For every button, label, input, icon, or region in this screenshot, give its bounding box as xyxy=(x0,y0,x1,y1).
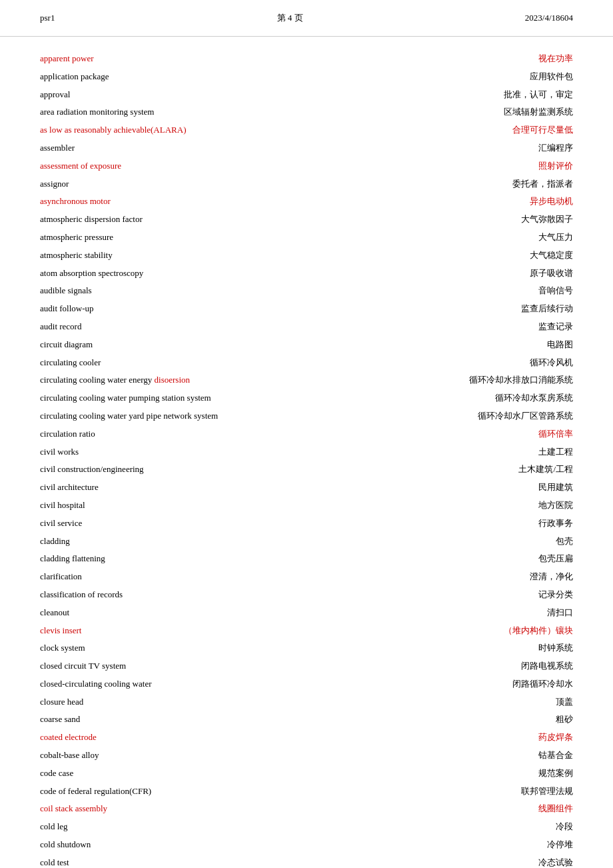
entry-chinese: 监查记录 xyxy=(333,318,573,336)
table-row: civil architecture民用建筑 xyxy=(40,479,573,497)
table-row: civil service行政事务 xyxy=(40,515,573,533)
entry-chinese: 联邦管理法规 xyxy=(333,783,573,801)
table-row: code of federal regulation(CFR)联邦管理法规 xyxy=(40,783,573,801)
table-row: civil hospital地方医院 xyxy=(40,497,573,515)
table-row: circulation ratio循环倍率 xyxy=(40,425,573,443)
table-row: atmospheric stability大气稳定度 xyxy=(40,247,573,265)
entry-english: atmospheric dispersion factor xyxy=(40,211,333,229)
entry-chinese: 土木建筑/工程 xyxy=(333,461,573,479)
entry-english: apparent power xyxy=(40,50,333,68)
entry-chinese: 药皮焊条 xyxy=(333,729,573,747)
entry-chinese: 闭路电视系统 xyxy=(333,657,573,675)
table-row: cobalt-base alloy钴基合金 xyxy=(40,747,573,765)
entry-english: circulating cooler xyxy=(40,354,333,372)
entry-chinese: 民用建筑 xyxy=(333,479,573,497)
entry-english: circuit diagram xyxy=(40,336,333,354)
entry-english: cobalt-base alloy xyxy=(40,747,333,765)
table-row: approval批准，认可，审定 xyxy=(40,86,573,104)
entry-english: classification of records xyxy=(40,586,333,604)
entry-chinese: 行政事务 xyxy=(333,515,573,533)
entry-english: coarse sand xyxy=(40,711,333,729)
entry-english: assessment of exposure xyxy=(40,157,333,175)
table-row: area radiation monitoring system区域辐射监测系统 xyxy=(40,103,573,121)
table-row: coarse sand粗砂 xyxy=(40,711,573,729)
entry-chinese: 线圈组件 xyxy=(333,800,573,818)
entry-english: civil service xyxy=(40,515,333,533)
entry-chinese: 闭路循环冷却水 xyxy=(333,675,573,693)
entry-chinese: 冷段 xyxy=(333,818,573,836)
entry-chinese: 土建工程 xyxy=(333,443,573,461)
entry-english: atom absorption spectroscopy xyxy=(40,265,333,283)
entry-english: cold shutdown xyxy=(40,836,333,854)
table-row: closure head顶盖 xyxy=(40,693,573,711)
entry-english: civil works xyxy=(40,443,333,461)
entry-english: civil architecture xyxy=(40,479,333,497)
entry-chinese: 电路图 xyxy=(333,336,573,354)
entry-chinese: 包壳 xyxy=(333,533,573,551)
entry-chinese: 钴基合金 xyxy=(333,747,573,765)
table-row: assessment of exposure照射评价 xyxy=(40,157,573,175)
entry-chinese: 规范案例 xyxy=(333,765,573,783)
table-row: clevis insert（堆内构件）镶块 xyxy=(40,622,573,640)
entry-chinese: 监查后续行动 xyxy=(333,300,573,318)
table-row: civil construction/engineering土木建筑/工程 xyxy=(40,461,573,479)
entry-english: audit record xyxy=(40,318,333,336)
entry-english: civil hospital xyxy=(40,497,333,515)
entry-english: atmospheric pressure xyxy=(40,229,333,247)
table-row: closed-circulating cooling water闭路循环冷却水 xyxy=(40,675,573,693)
table-row: apparent power视在功率 xyxy=(40,50,573,68)
table-row: audit follow-up监查后续行动 xyxy=(40,300,573,318)
header-center: 第 4 页 xyxy=(277,12,303,24)
entry-english: approval xyxy=(40,86,333,104)
entry-chinese: 合理可行尽量低 xyxy=(333,121,573,139)
entry-english: asynchronous motor xyxy=(40,193,333,211)
entry-chinese: 批准，认可，审定 xyxy=(333,86,573,104)
entry-chinese: 应用软件包 xyxy=(333,68,573,86)
entry-english: assignor xyxy=(40,175,333,193)
entry-chinese: 粗砂 xyxy=(333,711,573,729)
entry-chinese: 汇编程序 xyxy=(333,139,573,157)
entry-chinese: 委托者，指派者 xyxy=(333,175,573,193)
entry-chinese: 冷停堆 xyxy=(333,836,573,854)
entry-english: clevis insert xyxy=(40,622,333,640)
entry-english: area radiation monitoring system xyxy=(40,103,333,121)
table-row: application package应用软件包 xyxy=(40,68,573,86)
table-row: cleanout清扫口 xyxy=(40,604,573,622)
table-row: atom absorption spectroscopy原子吸收谱 xyxy=(40,265,573,283)
table-row: cold shutdown冷停堆 xyxy=(40,836,573,854)
entry-english: audible signals xyxy=(40,282,333,300)
entry-english: circulation ratio xyxy=(40,425,333,443)
table-row: circulating cooling water energy disoers… xyxy=(40,371,573,389)
page-header: psr1 第 4 页 2023/4/18604 xyxy=(0,0,613,37)
entry-english: closed-circulating cooling water xyxy=(40,675,333,693)
glossary-table: apparent power视在功率application package应用软… xyxy=(40,50,573,868)
entry-english: audit follow-up xyxy=(40,300,333,318)
table-row: coil stack assembly线圈组件 xyxy=(40,800,573,818)
entry-english: cladding flattening xyxy=(40,550,333,568)
entry-chinese: 区域辐射监测系统 xyxy=(333,103,573,121)
entry-english: code case xyxy=(40,765,333,783)
entry-chinese: 视在功率 xyxy=(333,50,573,68)
table-row: closed circuit TV system闭路电视系统 xyxy=(40,657,573,675)
table-row: circulating cooling water pumping statio… xyxy=(40,389,573,407)
table-row: clock system时钟系统 xyxy=(40,639,573,657)
table-row: clarification澄清，净化 xyxy=(40,568,573,586)
entry-chinese: 大气稳定度 xyxy=(333,247,573,265)
entry-chinese: 记录分类 xyxy=(333,586,573,604)
table-row: circuit diagram电路图 xyxy=(40,336,573,354)
entry-english: circulating cooling water energy disoers… xyxy=(40,371,333,389)
entry-english: coated electrode xyxy=(40,729,333,747)
entry-chinese: 冷态试验 xyxy=(333,854,573,868)
entry-english: cold leg xyxy=(40,818,333,836)
entry-english: clarification xyxy=(40,568,333,586)
entry-chinese: 循环冷风机 xyxy=(333,354,573,372)
entry-english: application package xyxy=(40,68,333,86)
table-row: classification of records记录分类 xyxy=(40,586,573,604)
entry-chinese: 循环冷却水泵房系统 xyxy=(333,389,573,407)
table-row: circulating cooler循环冷风机 xyxy=(40,354,573,372)
entry-chinese: 包壳压扁 xyxy=(333,550,573,568)
table-row: code case规范案例 xyxy=(40,765,573,783)
entry-chinese: 大气压力 xyxy=(333,229,573,247)
entry-english: circulating cooling water pumping statio… xyxy=(40,389,333,407)
entry-chinese: 清扫口 xyxy=(333,604,573,622)
